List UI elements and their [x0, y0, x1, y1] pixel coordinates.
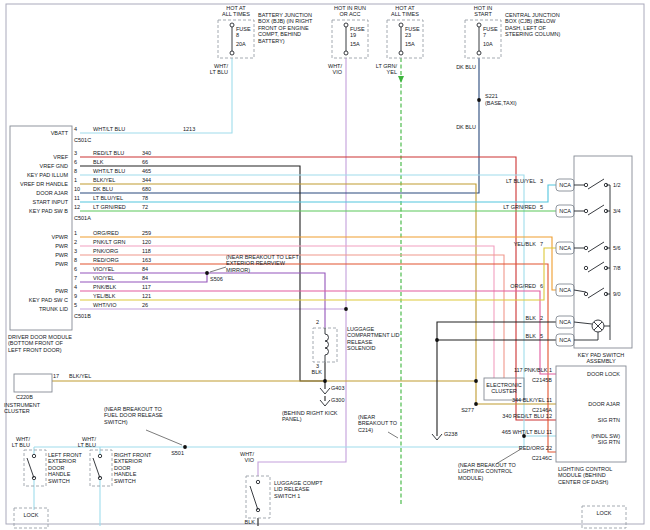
- keypad-nca-name-5: BLK: [468, 333, 536, 339]
- lugswitch-wire-bot: BLK: [242, 519, 255, 525]
- keypad-nca-nca-3: NCA: [556, 287, 574, 293]
- ddm-c-name-0: ORG/RED: [93, 230, 139, 236]
- splice-s501-label: S501: [162, 450, 184, 456]
- keypad-nca-pin-0: 3: [540, 178, 550, 184]
- lcm-pin-label-1: DOOR AJAR: [560, 401, 620, 407]
- ddm-c-name-3: RED/ORG: [93, 257, 139, 263]
- lighting-control-module-box: [556, 366, 626, 462]
- ddm-c-circuit-6: 117: [142, 284, 170, 290]
- ddm-c-pin-3: 8: [74, 257, 88, 263]
- ddm-c-pin-7: 9: [74, 293, 88, 299]
- lcm-label: LIGHTING CONTROL MODULE (BEHIND CENTER O…: [558, 466, 624, 485]
- ddm-label: DRIVER DOOR MODULE (BOTTOM FRONT OF LEFT…: [8, 334, 72, 353]
- lcm-pin-wire-4: RED/ORG 22: [438, 445, 552, 451]
- keypad-switch-t-1: 3/4: [613, 208, 631, 214]
- ddm-b-pin-1: 6: [74, 159, 88, 165]
- keypad-nca-name-0: LT BLU/YEL: [468, 178, 536, 184]
- ddm-c-circuit-3: 163: [142, 257, 170, 263]
- ddm-b-name-3: BLK/YEL: [93, 177, 139, 183]
- ddm-c-label-0: VPWR: [4, 234, 68, 240]
- lugswitch-wire-top: WHT/ VIO: [228, 451, 254, 464]
- note-lcm: (NEAR BREAKOUT TO LIGHTING CONTROL MODUL…: [458, 462, 520, 481]
- wire-dk-blu-680: [80, 58, 479, 193]
- ddm-b-pin-4: 10: [74, 186, 88, 192]
- keypad-switch-symbols: [574, 179, 610, 340]
- ddm-c-name-7: YEL/BLK: [93, 293, 139, 299]
- lcm-pin-conn-0: C2145B: [472, 377, 552, 383]
- ddm-conn-c501c: C501C: [74, 137, 104, 143]
- ddm-c-circuit-8: 26: [142, 302, 170, 308]
- ddm-b-name-1: BLK: [93, 159, 139, 165]
- ddm-c-pin-1: 2: [74, 239, 88, 245]
- keypad-nca-pin-4: 2: [540, 315, 550, 321]
- ddm-c-circuit-5: 84: [142, 275, 170, 281]
- ddm-b-pin-0: 3: [74, 150, 88, 156]
- fuse7-symbol: [477, 23, 481, 55]
- ddm-b-name-6: LT GRN/RED: [93, 204, 139, 210]
- ddm-b-circuit-2: 465: [142, 168, 170, 174]
- keypad-nca-name-2: YEL/BLK: [468, 241, 536, 247]
- ddm-b-name-2: WHT/LT BLU: [93, 168, 139, 174]
- ddm-c-label-3: PWR: [4, 261, 68, 267]
- wire-label-ltgrnyel-top: LT GRN/ YEL: [369, 63, 397, 76]
- ddm-c-circuit-2: 118: [142, 248, 170, 254]
- ddm-b-label-3: VREF DR HANDLE: [4, 181, 68, 187]
- fuse23-amps: 15A: [405, 41, 423, 47]
- ddm-b-label-2: KEY PAD ILLUM: [4, 172, 68, 178]
- cluster-conn-c220b: C220B: [16, 394, 48, 400]
- ddm-c-pin-0: 1: [74, 230, 88, 236]
- ddm-b-pin-5: 11: [74, 195, 88, 201]
- keypad-switch-t-3: 7/8: [613, 265, 631, 271]
- ddm-c-name-2: PNK/ORG: [93, 248, 139, 254]
- fuse19-amps: 15A: [350, 41, 368, 47]
- ddm-c-pin-6: 4: [74, 284, 88, 290]
- ground-g403-label: G403: [331, 385, 355, 391]
- ddm-b-label-1: VREF GND: [4, 163, 68, 169]
- right-handle-switch-label: RIGHT FRONT EXTERIOR DOOR HANDLE SWITCH: [114, 452, 154, 484]
- keypad-switch-t-2: 5/6: [613, 245, 631, 251]
- lugswitch-symbol: [250, 480, 260, 511]
- splice-s221-note: (BASE,TAXI): [485, 100, 529, 106]
- splice-s221-label: S221: [485, 93, 515, 99]
- ddm-c-pin-2: 3: [74, 248, 88, 254]
- keypad-nca-name-1: LT GRN/RED: [468, 204, 536, 210]
- fuse7-amps: 10A: [483, 41, 501, 47]
- ddm-b-label-5: START INPUT: [4, 199, 68, 205]
- ddm-conn-c501a: C501A: [74, 215, 104, 221]
- keypad-nca-pin-2: 7: [540, 241, 550, 247]
- ddm-c-name-8: WHT/VIO: [93, 302, 139, 308]
- note-c214: (NEAR BREAKOUT TO C214): [358, 414, 404, 433]
- fuse23-header: HOT AT ALL TIMES: [379, 5, 431, 18]
- ddm-c-label-6: PWR: [4, 288, 68, 294]
- fuse19-symbol: [344, 23, 348, 55]
- ddm-b-pin-6: 12: [74, 204, 88, 210]
- ddm-b-pin-2: 8: [74, 168, 88, 174]
- cluster-wire-label: BLK/YEL: [57, 373, 101, 379]
- ddm-c-circuit-4: 84: [142, 266, 170, 272]
- keypad-nca-name-4: BLK: [468, 315, 536, 321]
- ddm-conn-c501b: C501B: [74, 313, 104, 319]
- fuse23-symbol: [399, 23, 403, 55]
- wiring-diagram: HOT AT ALL TIMES HOT IN RUN OR ACC HOT A…: [0, 0, 650, 530]
- fuse23-name: FUSE 23: [405, 26, 423, 39]
- left-handle-switch-label: LEFT FRONT EXTERIOR DOOR HANDLE SWITCH: [48, 452, 88, 484]
- ddm-a-circuit-0: 1213: [183, 126, 211, 132]
- fuse7-name: FUSE 7: [483, 26, 501, 39]
- fuse8-header: HOT AT ALL TIMES: [210, 5, 262, 18]
- ddm-b-circuit-0: 340: [142, 150, 170, 156]
- wire-lt-grn-yel-arrow: [398, 76, 404, 83]
- note-mirror: (NEAR BREAKOUT TO LEFT EXTERIOR REARVIEW…: [226, 254, 310, 273]
- lugswitch-label: LUGGAGE COMPT LID RELEASE SWITCH 1: [274, 480, 324, 499]
- fuse8-symbol: [230, 23, 234, 55]
- fuse8-amps: 20A: [236, 41, 254, 47]
- ddm-c-name-6: PNK/BLK: [93, 284, 139, 290]
- keypad-assembly-label: KEY PAD SWITCH ASSEMBLY: [570, 352, 632, 365]
- wire-label-dkblu-2: DK BLU: [450, 124, 476, 130]
- ddm-a-name-0: WHT/LT BLU: [93, 126, 139, 132]
- note-fuel: (NEAR BREAKOUT TO FUEL DOOR RELEASE SWIT…: [104, 406, 168, 425]
- keypad-nca-pin-1: 5: [540, 204, 550, 210]
- ddm-b-label-0: VREF: [4, 154, 68, 160]
- ddm-b-label-6: KEY PAD SW B: [4, 208, 68, 214]
- ddm-a-label-0: VBATT: [4, 130, 68, 136]
- solenoid-label: LUGGAGE COMPARTMENT LID RELEASE SOLENOID: [347, 326, 401, 352]
